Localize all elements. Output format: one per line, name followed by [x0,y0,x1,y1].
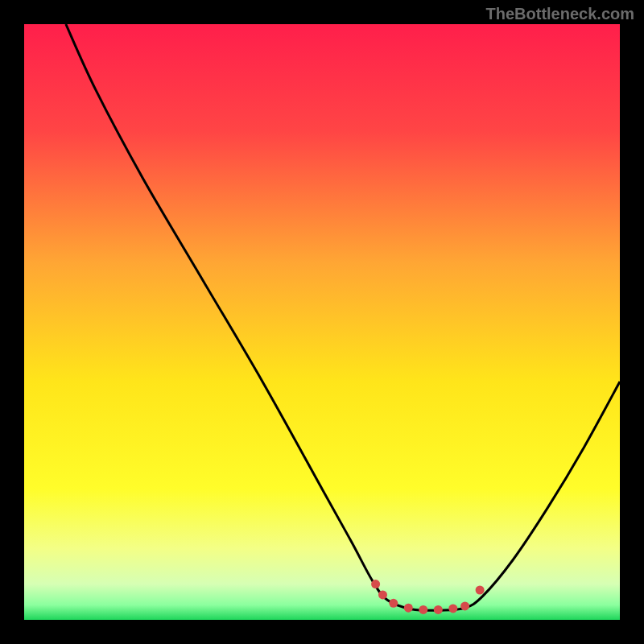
data-marker [371,580,380,588]
data-marker [389,599,398,608]
data-marker [404,604,413,613]
watermark: TheBottleneck.com [486,5,634,23]
data-marker [460,601,469,610]
chart-canvas [24,24,620,620]
data-marker [378,590,387,599]
chart [24,24,620,620]
chart-background [24,24,620,620]
data-marker [419,605,427,614]
data-marker [476,586,485,595]
data-marker [434,605,443,614]
data-marker [448,604,457,613]
